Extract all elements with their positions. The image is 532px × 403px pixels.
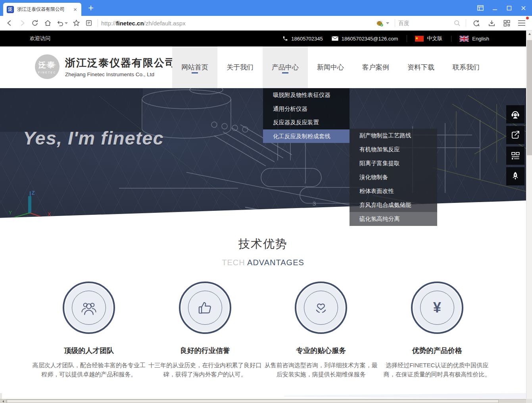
mail-icon xyxy=(332,36,338,41)
nav-item-contact[interactable]: 联系我们 xyxy=(444,46,489,88)
submenu-item-ammonia-storage[interactable]: 弃风弃电合成氨储能 xyxy=(350,198,437,212)
feature-desc: 十三年的从业历史，在行业内积累了良好口碑，获得了海内外客户的认可。 xyxy=(148,361,262,379)
share-button[interactable] xyxy=(506,126,524,144)
lang-cn-label: 中文版 xyxy=(427,35,442,42)
rocket-icon xyxy=(510,171,520,181)
layout-panel-icon[interactable] xyxy=(473,0,488,16)
refresh-icon[interactable] xyxy=(29,18,40,28)
nav-label: 新闻中心 xyxy=(317,63,344,72)
email-address: 18605702345@126.com xyxy=(342,36,398,42)
nav-item-cases[interactable]: 客户案例 xyxy=(353,46,398,88)
new-tab-button[interactable]: + xyxy=(84,2,98,14)
team-icon xyxy=(80,299,98,316)
lang-english[interactable]: English xyxy=(451,36,489,42)
feature-title: 顶级的人才团队 xyxy=(64,346,114,355)
feature-title: 良好的行业信誉 xyxy=(180,346,230,355)
company-name-block: 浙江泛泰仪器有限公司 Zhejiang Finetec Instruments … xyxy=(65,56,176,77)
nav-item-products[interactable]: 产品中心 xyxy=(263,46,308,88)
back-icon[interactable] xyxy=(4,18,15,28)
logo-en-text: FINETEC xyxy=(38,71,56,74)
lang-chinese[interactable]: 中文版 xyxy=(407,35,442,42)
nav-active-dash xyxy=(192,72,198,73)
browser-tab[interactable]: 泛 浙江泛泰仪器有限公司 × xyxy=(3,3,81,16)
products-submenu: 副产物制盐工艺路线 有机物加氢反应 阳离子富集提取 溴化物制备 粉体表面改性 弃… xyxy=(350,129,437,226)
minimize-button[interactable] xyxy=(488,0,502,16)
favorite-star-icon[interactable] xyxy=(71,18,82,28)
tab-close-icon[interactable]: × xyxy=(73,6,78,13)
submenu-item-cation-extraction[interactable]: 阳离子富集提取 xyxy=(350,156,437,170)
search-icon[interactable] xyxy=(451,18,463,28)
site-logo[interactable]: 泛泰 FINETEC 浙江泛泰仪器有限公司 Zhejiang Finetec I… xyxy=(35,54,176,79)
feature-desc: 选择经过FINETEC认证的优质中国供应商，在保证质量的同时具有极高性价比。 xyxy=(380,361,494,379)
browser-window: 泛 浙江泛泰仪器有限公司 × + xyxy=(0,0,532,403)
scroll-left-arrow[interactable] xyxy=(0,399,6,403)
subtitle-dark: ADVANTAGES xyxy=(247,258,304,267)
customer-service-button[interactable] xyxy=(506,105,524,123)
search-engine-caret-icon[interactable] xyxy=(386,22,389,24)
phone-icon xyxy=(282,36,288,41)
floating-toolbar xyxy=(506,105,524,185)
submenu-item-hydrogenation[interactable]: 有机物加氢反应 xyxy=(350,143,437,156)
nav-label: 产品中心 xyxy=(272,63,299,72)
toolbar-search xyxy=(373,18,463,28)
scrollbar-corner xyxy=(526,399,532,403)
cad-axis-icon: Z X Y xyxy=(6,190,58,219)
feature-desc: 高层次人才团队，配合经验丰富的各专业工程师，可以提供卓越的产品和服务。 xyxy=(32,361,146,379)
lang-en-label: English xyxy=(472,36,489,42)
feature-title: 优势的产品价格 xyxy=(412,346,462,355)
home-icon[interactable] xyxy=(42,18,53,28)
menu-item-chem-powder-line[interactable]: 化工反应及制粉成套线 xyxy=(263,129,350,143)
display-qr-button[interactable] xyxy=(506,147,524,165)
nav-item-home[interactable]: 网站首页 xyxy=(172,46,217,88)
horizontal-scroll-thumb[interactable] xyxy=(7,399,499,403)
feature-service: 专业的贴心服务 从售前咨询选型咨询，到详细技术方案，最后安装实施，病提供长期维保… xyxy=(263,282,379,379)
hero-slogan: Yes, I'm finetec xyxy=(23,127,164,149)
horizontal-scrollbar[interactable] xyxy=(0,399,526,403)
menu-icon[interactable] xyxy=(516,18,527,28)
menu-item-adsorption[interactable]: 吸脱附及物性表征仪器 xyxy=(263,88,350,102)
close-window-button[interactable] xyxy=(516,0,530,16)
search-input[interactable] xyxy=(398,20,450,26)
maximize-button[interactable] xyxy=(502,0,516,16)
history-restore-icon[interactable] xyxy=(471,18,482,28)
tech-section-header: 技术优势 TECH ADVANTAGES xyxy=(0,236,526,267)
nav-label: 关于我们 xyxy=(227,63,254,72)
url-host: finetec.cn xyxy=(116,20,144,27)
search-engine-bee-icon[interactable] xyxy=(374,18,385,28)
logo-cn-text: 泛泰 xyxy=(38,60,56,70)
forward-icon[interactable] xyxy=(17,18,28,28)
feature-title: 专业的贴心服务 xyxy=(296,346,346,355)
feature-reputation: 良好的行业信誉 十三年的从业历史，在行业内积累了良好口碑，获得了海内外客户的认可… xyxy=(147,282,263,379)
scroll-up-arrow[interactable] xyxy=(526,31,532,37)
nav-item-news[interactable]: 新闻中心 xyxy=(308,46,353,88)
vertical-scrollbar[interactable] xyxy=(526,31,532,403)
phone-item: 18605702345 xyxy=(282,36,323,42)
contact-info: 18605702345 18605702345@126.com 中文版 Engl… xyxy=(282,31,489,46)
notes-icon[interactable] xyxy=(83,18,94,28)
features-row: 顶级的人才团队 高层次人才团队，配合经验丰富的各专业工程师，可以提供卓越的产品和… xyxy=(31,282,495,379)
site-favicon: 泛 xyxy=(7,6,14,13)
back-to-top-button[interactable] xyxy=(506,167,524,185)
tab-title: 浙江泛泰仪器有限公司 xyxy=(17,6,69,13)
nav-item-downloads[interactable]: 资料下载 xyxy=(398,46,444,88)
submenu-item-salt-process[interactable]: 副产物制盐工艺路线 xyxy=(350,129,437,143)
download-icon[interactable] xyxy=(486,18,497,28)
nav-item-about[interactable]: 关于我们 xyxy=(217,46,263,88)
address-bar[interactable]: http://finetec.cn/zh/default.aspx xyxy=(101,20,373,27)
browser-tab-bar: 泛 浙江泛泰仪器有限公司 × + xyxy=(0,0,532,16)
menu-item-reactors[interactable]: 反应器及反应装置 xyxy=(263,116,350,129)
feature-circle xyxy=(295,282,347,334)
submenu-item-bromide[interactable]: 溴化物制备 xyxy=(350,170,437,184)
menu-item-analyzers[interactable]: 通用分析仪器 xyxy=(263,102,350,116)
submenu-item-h2s-separation[interactable]: 硫化氢高纯分离 xyxy=(350,212,437,226)
china-flag-icon xyxy=(415,36,424,42)
phone-number: 18605702345 xyxy=(291,36,323,42)
undo-icon[interactable] xyxy=(55,18,69,28)
welcome-text: 欢迎访问 xyxy=(30,31,50,46)
left-edge-sliver xyxy=(0,393,2,399)
apps-grid-icon[interactable] xyxy=(501,18,512,28)
vertical-scroll-thumb[interactable] xyxy=(527,40,532,155)
section-subtitle: TECH ADVANTAGES xyxy=(0,258,526,267)
submenu-item-powder-surface[interactable]: 粉体表面改性 xyxy=(350,184,437,198)
toolbar-separator xyxy=(98,19,98,27)
